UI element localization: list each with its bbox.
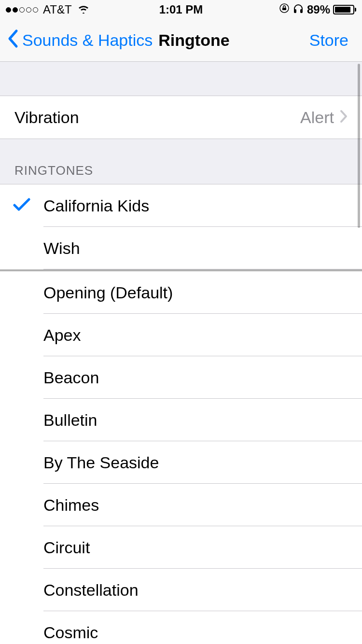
ringtone-label: Constellation	[43, 581, 362, 600]
ringtone-label: Wish	[43, 239, 362, 258]
back-label: Sounds & Haptics	[22, 31, 153, 50]
wifi-icon	[77, 3, 90, 16]
nav-bar: Sounds & Haptics Ringtone Store	[0, 19, 362, 62]
ringtone-label: California Kids	[43, 196, 362, 215]
status-right: 89%	[279, 3, 356, 16]
status-bar: AT&T 1:01 PM 89%	[0, 0, 362, 19]
ringtone-row[interactable]: Constellation	[0, 569, 362, 611]
checkmark-slot	[0, 197, 43, 214]
ringtone-row[interactable]: Chimes	[0, 484, 362, 526]
carrier-label: AT&T	[43, 3, 72, 16]
ringtone-row[interactable]: Circuit	[0, 526, 362, 569]
content-scroll[interactable]: Vibration Alert RINGTONES California Kid…	[0, 62, 362, 644]
back-button[interactable]: Sounds & Haptics	[8, 29, 153, 52]
ringtone-row[interactable]: Apex	[0, 314, 362, 356]
checkmark-icon	[13, 197, 30, 214]
ringtones-section-header: RINGTONES	[0, 139, 362, 184]
store-button[interactable]: Store	[309, 31, 348, 50]
ringtone-row[interactable]: Wish	[0, 227, 362, 269]
ringtone-label: Cosmic	[43, 623, 362, 642]
ringtone-label: Apex	[43, 326, 362, 345]
page-title: Ringtone	[158, 31, 229, 50]
headphones-icon	[292, 3, 304, 16]
ringtone-label: Circuit	[43, 538, 362, 557]
battery-percent: 89%	[307, 3, 330, 16]
ringtone-label: Beacon	[43, 368, 362, 387]
battery-icon	[333, 5, 356, 14]
ringtone-row[interactable]: California Kids	[0, 184, 362, 227]
vibration-row[interactable]: Vibration Alert	[0, 96, 362, 139]
svg-rect-1	[294, 9, 296, 13]
vibration-value: Alert	[300, 108, 334, 127]
ringtone-label: Bulletin	[43, 411, 362, 430]
ringtone-label: Opening (Default)	[43, 283, 362, 302]
ringtone-row[interactable]: Bulletin	[0, 399, 362, 441]
chevron-right-icon	[340, 110, 348, 125]
vibration-label: Vibration	[14, 108, 300, 127]
ringtone-row[interactable]: Beacon	[0, 356, 362, 399]
orientation-lock-icon	[279, 3, 290, 16]
ringtone-label: By The Seaside	[43, 453, 362, 472]
status-time: 1:01 PM	[159, 3, 203, 16]
svg-rect-2	[300, 9, 303, 13]
ringtone-row[interactable]: By The Seaside	[0, 441, 362, 484]
custom-ringtones-group: California KidsWish	[0, 184, 362, 269]
ringtone-label: Chimes	[43, 496, 362, 515]
signal-strength	[6, 7, 38, 13]
ringtone-row[interactable]: Cosmic	[0, 611, 362, 644]
system-ringtones-group: Opening (Default)ApexBeaconBulletinBy Th…	[0, 271, 362, 644]
vibration-group: Vibration Alert	[0, 96, 362, 139]
chevron-left-icon	[8, 29, 19, 52]
status-left: AT&T	[6, 3, 90, 16]
scroll-indicator	[358, 64, 360, 228]
row-divider	[43, 269, 362, 269]
ringtone-row[interactable]: Opening (Default)	[0, 271, 362, 314]
